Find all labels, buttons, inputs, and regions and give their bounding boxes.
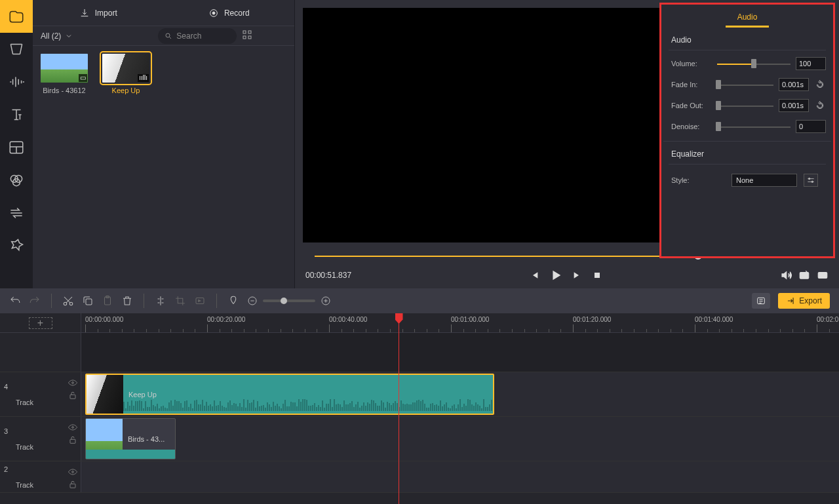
- denoise-slider[interactable]: [717, 122, 790, 131]
- fadein-label: Fade In:: [671, 81, 712, 88]
- visibility-icon[interactable]: [68, 423, 78, 431]
- export-label: Export: [799, 296, 822, 305]
- clip-label: Birds - 43...: [123, 435, 165, 443]
- add-track-button[interactable]: +: [29, 317, 52, 329]
- paste-button[interactable]: [102, 295, 113, 307]
- denoise-label: Denoise:: [671, 123, 712, 130]
- delete-button[interactable]: [121, 295, 133, 307]
- view-grid-icon[interactable]: [242, 29, 252, 42]
- svg-rect-7: [243, 31, 246, 33]
- tool-filter[interactable]: [0, 164, 33, 197]
- render-preview-button[interactable]: [752, 293, 770, 309]
- tool-library[interactable]: [0, 33, 33, 66]
- fadein-slider[interactable]: [717, 80, 773, 89]
- cut-button[interactable]: [62, 295, 74, 307]
- timeline-toolbar: Export: [0, 288, 839, 313]
- library-filter-dropdown[interactable]: All (2): [41, 31, 73, 41]
- snapshot-icon[interactable]: [798, 269, 810, 281]
- record-label: Record: [224, 9, 250, 18]
- lock-icon[interactable]: [68, 391, 78, 400]
- import-tab[interactable]: Import: [33, 0, 164, 26]
- fullscreen-icon[interactable]: [817, 269, 829, 281]
- svg-point-30: [72, 471, 74, 473]
- volume-slider[interactable]: [717, 59, 790, 68]
- visibility-icon[interactable]: [68, 379, 78, 387]
- search-input[interactable]: Search: [158, 28, 237, 44]
- fadein-reset-button[interactable]: [814, 79, 826, 90]
- fadeout-slider[interactable]: [717, 101, 773, 110]
- library-item-label: Birds - 43612: [43, 87, 85, 94]
- track-row: 2Track: [0, 461, 839, 493]
- tool-audio[interactable]: [0, 66, 33, 98]
- crop-button[interactable]: [174, 295, 186, 307]
- track-body[interactable]: Birds - 43...: [81, 417, 839, 461]
- clip-label: Keep Up: [123, 391, 157, 398]
- lock-icon[interactable]: [68, 435, 78, 444]
- volume-icon[interactable]: [780, 269, 792, 281]
- track-body[interactable]: [81, 461, 839, 492]
- preview-timecode: 00:00:51.837: [305, 271, 351, 280]
- svg-point-5: [212, 12, 215, 14]
- tool-layout[interactable]: [0, 131, 33, 164]
- timeline-clip[interactable]: Keep Up: [85, 374, 494, 415]
- ruler-mark: 00:02:0: [817, 316, 838, 323]
- zoom-slider[interactable]: [263, 300, 315, 302]
- library-thumb: ııllı: [102, 54, 149, 83]
- next-frame-button[interactable]: [572, 270, 583, 281]
- volume-value[interactable]: 100: [796, 57, 826, 70]
- library-item[interactable]: ▭ Birds - 43612: [41, 54, 88, 94]
- tool-transition[interactable]: [0, 197, 33, 229]
- visibility-icon[interactable]: [68, 468, 78, 476]
- svg-point-16: [811, 181, 813, 182]
- track-row: 3TrackBirds - 43...: [0, 417, 839, 461]
- zoom-in-button[interactable]: [321, 296, 331, 306]
- undo-button[interactable]: [9, 295, 21, 307]
- search-placeholder: Search: [176, 31, 201, 41]
- import-label: Import: [95, 9, 117, 18]
- svg-point-15: [809, 178, 810, 180]
- timeline-clip[interactable]: Birds - 43...: [85, 418, 176, 459]
- chevron-down-icon: [65, 32, 73, 40]
- audio-section-title: Audio: [669, 33, 826, 50]
- denoise-value[interactable]: 0: [796, 120, 826, 133]
- library-item[interactable]: ııllı Keep Up: [102, 54, 149, 94]
- stop-button[interactable]: [592, 270, 602, 281]
- track-body[interactable]: Keep Up: [81, 372, 839, 416]
- svg-rect-31: [70, 484, 75, 488]
- equalizer-style-dropdown[interactable]: None: [732, 174, 797, 187]
- export-button[interactable]: Export: [778, 293, 830, 309]
- svg-rect-10: [248, 36, 251, 39]
- library-thumb: ▭: [41, 54, 88, 83]
- tool-media[interactable]: [0, 0, 33, 33]
- record-tab[interactable]: Record: [164, 0, 295, 26]
- timeline-ruler[interactable]: 00:00:00.00000:00:20.00000:00:40.00000:0…: [81, 313, 839, 332]
- marker-button[interactable]: [227, 295, 239, 307]
- lock-icon[interactable]: [68, 480, 78, 489]
- split-button[interactable]: [155, 295, 166, 307]
- prev-frame-button[interactable]: [529, 270, 539, 281]
- track-row: 4TrackKeep Up: [0, 372, 839, 417]
- speed-button[interactable]: [194, 295, 206, 307]
- audio-properties-panel: Audio Audio Volume: 100 Fade In: 0.001s …: [659, 3, 835, 258]
- svg-rect-29: [70, 439, 75, 443]
- fadein-value[interactable]: 0.001s: [779, 78, 809, 91]
- play-button[interactable]: [549, 268, 563, 282]
- copy-button[interactable]: [82, 295, 94, 307]
- redo-button[interactable]: [29, 295, 41, 307]
- ruler-mark: 00:01:40.000: [695, 316, 733, 323]
- equalizer-settings-button[interactable]: [804, 174, 818, 187]
- tool-element[interactable]: [0, 229, 33, 262]
- ruler-mark: 00:01:20.000: [573, 316, 611, 323]
- svg-rect-11: [595, 273, 600, 278]
- tool-text[interactable]: [0, 98, 33, 131]
- ruler-mark: 00:01:00.000: [451, 316, 489, 323]
- equalizer-section-title: Equalizer: [669, 147, 826, 165]
- library-panel: Import Record All (2) Search: [33, 0, 295, 288]
- audio-tab[interactable]: Audio: [726, 12, 770, 28]
- fadeout-value[interactable]: 0.001s: [779, 99, 809, 112]
- svg-point-28: [72, 427, 74, 429]
- fadeout-reset-button[interactable]: [814, 100, 826, 111]
- playhead[interactable]: [399, 313, 399, 504]
- progress-fill: [315, 256, 698, 257]
- zoom-out-button[interactable]: [247, 296, 258, 306]
